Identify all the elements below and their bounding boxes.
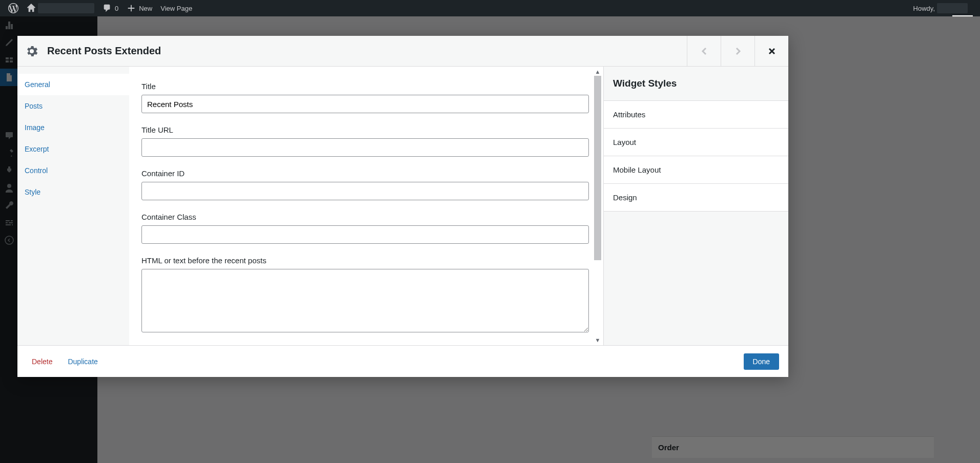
modal-left-panel: General Posts Image Excerpt Control Styl… <box>17 67 604 345</box>
widget-styles-heading: Widget Styles <box>604 67 788 101</box>
wp-admin-bar: 0 New View Page Howdy, <box>0 0 980 16</box>
scroll-up-arrow[interactable]: ▲ <box>593 68 602 76</box>
wordpress-icon <box>8 3 18 13</box>
home-icon <box>27 4 36 13</box>
site-name-placeholder <box>38 3 94 13</box>
before-textarea[interactable] <box>141 269 589 332</box>
containerclass-label: Container Class <box>141 213 589 221</box>
prev-widget-button[interactable] <box>687 36 721 66</box>
view-page-link[interactable]: View Page <box>156 0 196 16</box>
tab-style[interactable]: Style <box>17 181 129 203</box>
containerid-input[interactable] <box>141 182 589 200</box>
containerid-label: Container ID <box>141 169 589 178</box>
titleurl-input[interactable] <box>141 138 589 157</box>
widget-tabs: General Posts Image Excerpt Control Styl… <box>17 67 129 345</box>
style-section-mobile-layout[interactable]: Mobile Layout <box>604 156 788 184</box>
scroll-down-arrow[interactable]: ▼ <box>593 336 602 344</box>
plus-icon <box>127 4 136 13</box>
tab-image[interactable]: Image <box>17 117 129 138</box>
style-section-attributes[interactable]: Attributes <box>604 101 788 129</box>
delete-button[interactable]: Delete <box>32 357 52 366</box>
comments-count: 0 <box>115 5 118 12</box>
howdy-label: Howdy, <box>913 5 935 12</box>
before-label: HTML or text before the recent posts <box>141 256 589 265</box>
tab-excerpt[interactable]: Excerpt <box>17 138 129 160</box>
user-name-placeholder <box>937 3 968 13</box>
next-widget-button[interactable] <box>721 36 754 66</box>
close-icon <box>768 47 776 55</box>
widget-styles-sidebar: Widget Styles Attributes Layout Mobile L… <box>604 67 788 345</box>
style-section-design[interactable]: Design <box>604 184 788 212</box>
modal-nav-buttons <box>687 36 788 66</box>
comment-icon <box>103 4 112 13</box>
wp-logo-menu[interactable] <box>4 0 23 16</box>
modal-title: Recent Posts Extended <box>47 45 161 57</box>
new-content-menu[interactable]: New <box>122 0 156 16</box>
title-input[interactable] <box>141 95 589 113</box>
chevron-right-icon <box>734 47 742 55</box>
gear-icon <box>25 44 39 58</box>
chevron-left-icon <box>700 47 708 55</box>
modal-header: Recent Posts Extended <box>17 36 788 67</box>
style-section-layout[interactable]: Layout <box>604 129 788 156</box>
site-home-menu[interactable] <box>23 0 98 16</box>
widget-form: Title Title URL Container ID Container C… <box>129 67 603 345</box>
tab-posts[interactable]: Posts <box>17 95 129 117</box>
tab-control[interactable]: Control <box>17 160 129 181</box>
modal-backdrop: Recent Posts Extended General Posts <box>0 16 980 463</box>
user-account-menu[interactable]: Howdy, <box>909 0 976 16</box>
duplicate-button[interactable]: Duplicate <box>68 357 97 366</box>
view-page-label: View Page <box>160 5 192 12</box>
done-button[interactable]: Done <box>744 353 779 370</box>
containerclass-input[interactable] <box>141 225 589 244</box>
close-modal-button[interactable] <box>754 36 788 66</box>
new-label: New <box>139 5 152 12</box>
title-label: Title <box>141 82 589 91</box>
scroll-track[interactable] <box>594 76 601 260</box>
tab-general[interactable]: General <box>17 74 129 95</box>
modal-footer: Delete Duplicate Done <box>17 345 788 377</box>
widget-edit-modal: Recent Posts Extended General Posts <box>17 36 788 377</box>
titleurl-label: Title URL <box>141 125 589 134</box>
comments-menu[interactable]: 0 <box>98 0 122 16</box>
modal-body: General Posts Image Excerpt Control Styl… <box>17 67 788 345</box>
